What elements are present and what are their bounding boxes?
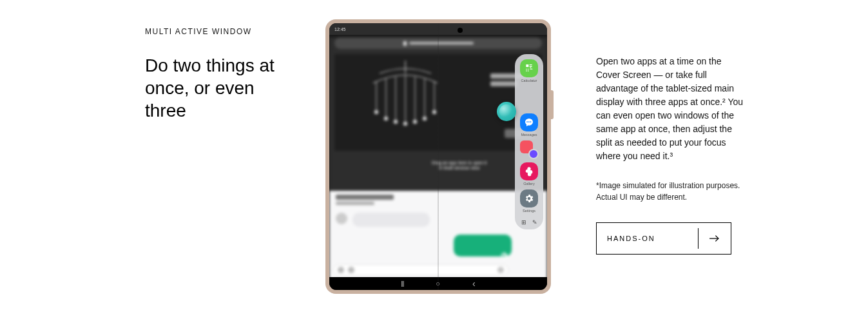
gear-icon: [499, 251, 508, 260]
chandelier-image: [360, 61, 450, 131]
svg-point-11: [403, 122, 407, 126]
edge-app-messages[interactable]: Messages: [520, 113, 538, 137]
edge-app-settings[interactable]: Settings: [520, 189, 538, 213]
edge-app-empty: [520, 86, 538, 110]
hands-on-label: HANDS-ON: [597, 235, 698, 242]
disclaimer-footnote: *Image simulated for illustration purpos…: [596, 180, 744, 203]
status-time: 12:45: [334, 27, 346, 32]
svg-point-14: [432, 110, 436, 114]
gallery-app-icon: [520, 162, 538, 180]
svg-point-12: [413, 120, 417, 124]
body-copy: Open two apps at a time on the Cover Scr…: [596, 55, 744, 163]
chat-bubble-incoming: [352, 213, 430, 227]
chat-input: [333, 264, 508, 276]
emoji-icon: [497, 267, 504, 273]
edge-app-pair[interactable]: [520, 140, 538, 159]
chat-contact-name-blur: [336, 195, 394, 200]
settings-icon: [520, 189, 538, 207]
svg-point-9: [384, 117, 388, 121]
section-heading: Do two things at once, or even three: [145, 54, 280, 122]
hands-on-button[interactable]: HANDS-ON: [596, 222, 731, 255]
svg-point-13: [423, 117, 427, 121]
edge-label: Messages: [521, 133, 537, 137]
camera-icon: [338, 267, 344, 273]
edge-label: Calculator: [521, 79, 537, 82]
drag-cursor: [497, 102, 516, 121]
device-mockup: 12:45: [325, 19, 551, 294]
edge-panel-footer: ⊞ ✎: [518, 219, 540, 226]
edge-panel[interactable]: Calculator Messages: [515, 54, 543, 229]
section-eyebrow: MULTI ACTIVE WINDOW: [145, 27, 280, 36]
lock-icon: [403, 41, 407, 46]
arrow-right-icon: [699, 232, 731, 245]
fold-hinge: [438, 23, 439, 290]
svg-point-10: [394, 120, 398, 124]
messages-icon: [520, 113, 538, 131]
edge-app-gallery[interactable]: Gallery: [520, 162, 538, 186]
edge-label: Settings: [523, 209, 535, 213]
contact-avatar: [336, 213, 347, 224]
camera-notch: [458, 28, 463, 33]
nav-recent-icon: |||: [401, 280, 403, 287]
blank-icon: [520, 86, 538, 104]
device-screen: 12:45: [329, 23, 547, 290]
calculator-icon: [520, 59, 538, 77]
svg-point-8: [374, 110, 378, 114]
app-pair-icon: [520, 140, 538, 159]
gallery-icon: [348, 267, 354, 273]
grid-icon[interactable]: ⊞: [521, 219, 526, 226]
edit-icon[interactable]: ✎: [532, 219, 537, 226]
drag-hint-text: Drag an app here to open it in Multi win…: [432, 160, 487, 172]
edge-app-calculator[interactable]: Calculator: [520, 59, 538, 82]
nav-back-icon: ‹: [472, 278, 476, 289]
url-text-blur: [409, 42, 474, 44]
edge-label: Gallery: [523, 182, 534, 186]
chat-contact-sub-blur: [336, 202, 374, 205]
